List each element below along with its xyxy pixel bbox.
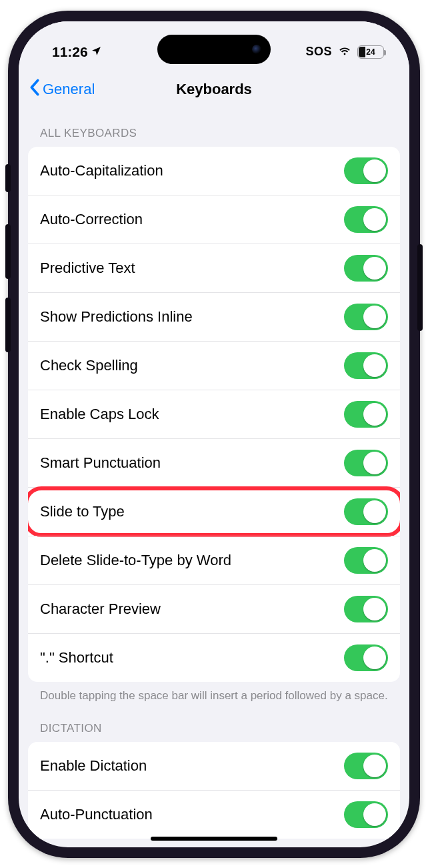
toggle-auto-punctuation[interactable] [344, 801, 388, 828]
toggle-show-predictions-inline[interactable] [344, 304, 388, 330]
location-icon [91, 44, 102, 60]
toggle-period-shortcut[interactable] [344, 644, 388, 671]
row-label: Delete Slide-to-Type by Word [40, 552, 231, 569]
row-slide-to-type[interactable]: Slide to Type [28, 487, 400, 536]
toggle-slide-to-type[interactable] [344, 498, 388, 525]
toggle-auto-correction[interactable] [344, 206, 388, 233]
row-label: Check Spelling [40, 357, 138, 374]
volume-down-button[interactable] [5, 298, 11, 352]
row-label: Character Preview [40, 600, 161, 618]
volume-up-button[interactable] [5, 224, 11, 279]
front-camera-icon [252, 45, 261, 54]
dynamic-island [157, 35, 271, 64]
row-character-preview[interactable]: Character Preview [28, 584, 400, 633]
row-label: Auto-Capitalization [40, 162, 163, 179]
toggle-delete-slide-to-type[interactable] [344, 547, 388, 574]
toggle-character-preview[interactable] [344, 596, 388, 622]
row-auto-punctuation[interactable]: Auto-Punctuation [28, 790, 400, 839]
row-enable-caps-lock[interactable]: Enable Caps Lock [28, 390, 400, 438]
row-label: Predictive Text [40, 260, 135, 277]
device-frame: 11:26 SOS 24 Genera [8, 11, 420, 858]
section-footer-all-keyboards: Double tapping the space bar will insert… [28, 682, 400, 707]
chevron-left-icon [28, 78, 41, 101]
silent-switch[interactable] [5, 164, 11, 192]
section-header-dictation: DICTATION [28, 706, 400, 742]
navigation-bar: General Keyboards [19, 69, 409, 111]
row-label: Enable Caps Lock [40, 406, 159, 423]
toggle-enable-caps-lock[interactable] [344, 401, 388, 428]
row-smart-punctuation[interactable]: Smart Punctuation [28, 438, 400, 487]
row-label: "." Shortcut [40, 649, 113, 667]
row-show-predictions-inline[interactable]: Show Predictions Inline [28, 292, 400, 341]
screen: 11:26 SOS 24 Genera [19, 21, 409, 847]
back-button[interactable]: General [28, 78, 95, 101]
row-auto-correction[interactable]: Auto-Correction [28, 195, 400, 244]
row-label: Enable Dictation [40, 757, 147, 775]
row-predictive-text[interactable]: Predictive Text [28, 244, 400, 292]
battery-indicator: 24 [357, 45, 384, 59]
power-button[interactable] [417, 244, 423, 331]
row-delete-slide-to-type[interactable]: Delete Slide-to-Type by Word [28, 536, 400, 584]
group-all-keyboards: Auto-Capitalization Auto-Correction Pred… [28, 147, 400, 682]
battery-percentage: 24 [366, 47, 375, 57]
toggle-predictive-text[interactable] [344, 255, 388, 282]
status-time: 11:26 [52, 44, 88, 60]
row-label: Auto-Correction [40, 211, 143, 228]
sos-indicator: SOS [305, 45, 332, 59]
row-label: Smart Punctuation [40, 454, 161, 472]
row-label: Show Predictions Inline [40, 308, 193, 326]
wifi-icon [337, 43, 352, 61]
section-header-all-keyboards: ALL KEYBOARDS [28, 111, 400, 147]
dictation-footer-text: Dictation processes many voice inputs on… [40, 846, 385, 847]
toggle-check-spelling[interactable] [344, 352, 388, 379]
toggle-enable-dictation[interactable] [344, 753, 388, 779]
toggle-auto-capitalization[interactable] [344, 157, 388, 184]
row-enable-dictation[interactable]: Enable Dictation [28, 742, 400, 790]
toggle-smart-punctuation[interactable] [344, 450, 388, 476]
settings-content[interactable]: ALL KEYBOARDS Auto-Capitalization Auto-C… [19, 111, 409, 847]
back-label: General [43, 81, 95, 98]
row-auto-capitalization[interactable]: Auto-Capitalization [28, 147, 400, 195]
group-dictation: Enable Dictation Auto-Punctuation [28, 742, 400, 839]
row-period-shortcut[interactable]: "." Shortcut [28, 633, 400, 682]
row-label: Auto-Punctuation [40, 806, 153, 823]
home-indicator[interactable] [151, 837, 277, 841]
row-label: Slide to Type [40, 503, 125, 520]
row-check-spelling[interactable]: Check Spelling [28, 341, 400, 390]
